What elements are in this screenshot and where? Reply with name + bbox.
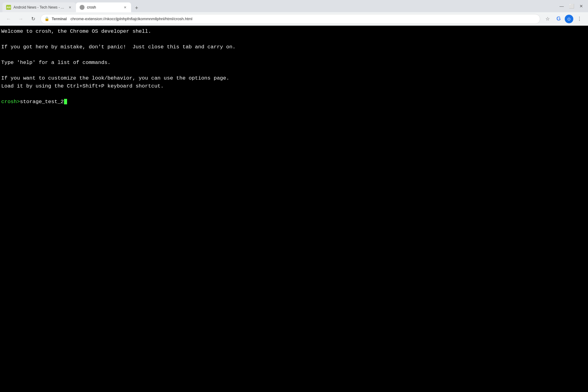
crosh-tab-close[interactable]: ✕ (123, 5, 127, 10)
terminal-content[interactable]: Welcome to crosh, the Chrome OS develope… (0, 26, 588, 392)
prompt-symbol: crosh> (1, 98, 20, 106)
terminal-line-8: Load it by using the Ctrl+Shift+P keyboa… (1, 82, 587, 90)
menu-button[interactable]: ⋮ (575, 14, 584, 24)
terminal-line-9 (1, 90, 587, 98)
crosh-tab[interactable]: crosh ✕ (76, 2, 131, 12)
android-news-tab[interactable]: AH Android News - Tech News - And ✕ (2, 2, 76, 12)
crosh-tab-label: crosh (87, 5, 120, 9)
bookmark-button[interactable]: ☆ (543, 14, 552, 24)
nav-bar: ← → ↻ 🔒 Terminal chrome-extension://nkoc… (0, 12, 588, 26)
tabs-area: AH Android News - Tech News - And ✕ cros… (2, 0, 555, 12)
android-tab-favicon: AH (6, 5, 11, 10)
address-url-text: chrome-extension://nkoccljplnhpfnfiajclk… (70, 17, 536, 21)
terminal-line-2 (1, 35, 587, 43)
minimize-button[interactable]: — (557, 2, 566, 10)
maximize-button[interactable]: ⬜ (567, 2, 576, 10)
title-bar: AH Android News - Tech News - And ✕ cros… (0, 0, 588, 12)
back-button[interactable]: ← (4, 14, 13, 24)
prompt-line: crosh> storage_test_2 (1, 98, 587, 106)
reload-button[interactable]: ↻ (28, 14, 38, 24)
terminal-line-5: Type 'help' for a list of commands. (1, 59, 587, 67)
forward-button[interactable]: → (16, 14, 26, 24)
crosh-tab-favicon (80, 5, 85, 10)
address-scheme-label: Terminal (52, 17, 67, 21)
window-controls: — ⬜ ✕ (557, 2, 586, 10)
terminal-line-3: If you got here by mistake, don't panic!… (1, 43, 587, 51)
terminal-line-4 (1, 51, 587, 59)
android-tab-close[interactable]: ✕ (67, 5, 72, 10)
nav-right-buttons: ☆ G ⊙ ⋮ (543, 14, 584, 24)
lock-icon: 🔒 (44, 17, 49, 21)
browser-frame: AH Android News - Tech News - And ✕ cros… (0, 0, 588, 392)
close-button[interactable]: ✕ (577, 2, 586, 10)
new-tab-button[interactable]: + (132, 4, 141, 12)
terminal-line-6 (1, 67, 587, 75)
profile-button[interactable]: ⊙ (565, 15, 573, 23)
terminal-cursor (64, 99, 67, 104)
terminal-line-7: If you want to customize the look/behavi… (1, 74, 587, 82)
terminal-line-1: Welcome to crosh, the Chrome OS develope… (1, 28, 587, 35)
android-tab-label: Android News - Tech News - And (13, 5, 65, 9)
address-bar[interactable]: 🔒 Terminal chrome-extension://nkoccljpln… (40, 14, 540, 24)
translate-button[interactable]: G (554, 14, 564, 24)
prompt-command: storage_test_2 (20, 98, 64, 106)
